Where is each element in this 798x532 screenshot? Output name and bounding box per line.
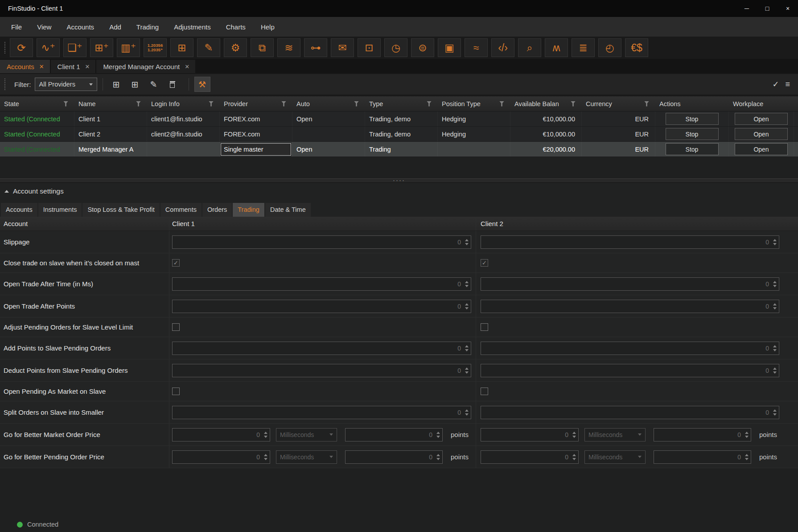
filter-funnel-icon[interactable]	[427, 101, 432, 107]
menu-item-add[interactable]: Add	[102, 20, 129, 34]
close-icon[interactable]: ✕	[39, 63, 44, 70]
toolbar-grip-handle[interactable]	[4, 42, 5, 54]
stop-button[interactable]: Stop	[666, 113, 719, 125]
spinner-buttons[interactable]	[436, 429, 440, 441]
edit-account-button[interactable]: ✎	[146, 77, 162, 92]
spinner-buttons[interactable]	[465, 278, 469, 290]
algo-chip-icon[interactable]: ⊡	[358, 38, 381, 57]
spin-down-icon[interactable]	[436, 436, 440, 438]
spinner-input[interactable]: 0	[481, 428, 579, 441]
column-header-type[interactable]: Type	[365, 96, 438, 111]
spinner-buttons[interactable]	[745, 429, 749, 441]
spin-up-icon[interactable]	[773, 281, 777, 283]
spinner-input[interactable]: 0	[172, 277, 471, 291]
charts-compare-icon[interactable]: ʍ	[545, 38, 568, 57]
filter-funnel-icon[interactable]	[136, 101, 141, 107]
account-settings-header[interactable]: Account settings	[0, 183, 798, 200]
code-editor-icon[interactable]: ‹/›	[491, 38, 514, 57]
spinner-input[interactable]: 0	[172, 428, 270, 441]
spin-up-icon[interactable]	[465, 367, 469, 370]
open-workplace-button[interactable]: Open	[735, 128, 788, 140]
spinner-buttons[interactable]	[773, 342, 777, 355]
column-header-provider[interactable]: Provider	[220, 96, 292, 111]
spinner-input[interactable]: 0	[654, 450, 751, 464]
spin-up-icon[interactable]	[572, 454, 576, 456]
org-chart-icon[interactable]: ⧉	[251, 38, 274, 57]
spinner-input[interactable]: 0	[654, 428, 751, 441]
table-row[interactable]: Started (ConnectedClient 2client2@fin.st…	[0, 127, 798, 142]
spin-down-icon[interactable]	[465, 371, 469, 374]
unit-dropdown[interactable]: Milliseconds	[584, 450, 646, 464]
add-window-icon[interactable]: ⊞⁺	[90, 38, 113, 57]
spinner-buttons[interactable]	[773, 278, 777, 290]
table-row[interactable]: Started (ConnectedClient 1client1@fin.st…	[0, 111, 798, 127]
spin-down-icon[interactable]	[436, 458, 440, 460]
spin-down-icon[interactable]	[773, 243, 777, 245]
add-quote-icon[interactable]: 1.20356 1.2035⁺	[144, 38, 167, 57]
add-chart-icon[interactable]: ∿⁺	[37, 38, 60, 57]
filter-selection-icon[interactable]: ✓	[772, 79, 779, 89]
spin-up-icon[interactable]	[465, 239, 469, 241]
spin-up-icon[interactable]	[264, 454, 267, 456]
minimize-button[interactable]: ─	[736, 0, 757, 17]
spinner-buttons[interactable]	[465, 342, 469, 355]
spin-up-icon[interactable]	[745, 432, 749, 434]
close-button[interactable]: ×	[777, 0, 798, 17]
spinner-buttons[interactable]	[572, 429, 576, 441]
column-header-auto[interactable]: Auto	[292, 96, 365, 111]
filter-funnel-icon[interactable]	[499, 101, 504, 107]
spin-down-icon[interactable]	[773, 285, 777, 287]
menu-item-file[interactable]: File	[4, 20, 29, 34]
filter-grip-handle[interactable]	[4, 78, 5, 90]
scheduler-icon[interactable]: ◷	[384, 38, 407, 57]
spin-up-icon[interactable]	[773, 303, 777, 305]
collapse-arrow-icon[interactable]	[4, 190, 9, 193]
spin-down-icon[interactable]	[773, 307, 777, 309]
provider-editor-input[interactable]: Single master	[221, 143, 291, 156]
spin-up-icon[interactable]	[436, 454, 440, 456]
column-header-available-balan[interactable]: Available Balan	[510, 96, 582, 111]
connections-icon[interactable]: ⊶	[304, 38, 327, 57]
tab-merged-manager-account[interactable]: Merged Manager Account✕	[96, 60, 195, 73]
delete-account-button[interactable]	[165, 77, 181, 92]
menu-item-help[interactable]: Help	[253, 20, 282, 34]
filter-funnel-icon[interactable]	[281, 101, 286, 107]
data-search-icon[interactable]: ⌕	[518, 38, 541, 57]
panel-splitter[interactable]: ····	[0, 178, 798, 183]
group-panel-icon[interactable]: ≡	[785, 80, 790, 89]
settings-tab-instruments[interactable]: Instruments	[38, 203, 82, 217]
add-master-account-button[interactable]: ⊞	[127, 77, 143, 92]
settings-tab-accounts[interactable]: Accounts	[1, 203, 37, 217]
spin-up-icon[interactable]	[465, 303, 469, 305]
settings-tab-date-time[interactable]: Date & Time	[265, 203, 311, 217]
spinner-buttons[interactable]	[465, 406, 469, 419]
task-list-icon[interactable]: ≣	[572, 38, 595, 57]
unit-dropdown[interactable]: Milliseconds	[584, 428, 646, 441]
spin-up-icon[interactable]	[572, 432, 576, 434]
open-workplace-button[interactable]: Open	[735, 113, 788, 125]
add-layout-icon[interactable]: ❏⁺	[63, 38, 86, 57]
column-header-login-info[interactable]: Login Info	[147, 96, 220, 111]
spin-down-icon[interactable]	[264, 458, 267, 460]
spin-down-icon[interactable]	[572, 458, 576, 460]
setting-checkbox[interactable]: ✓	[172, 259, 180, 267]
column-header-state[interactable]: State	[0, 96, 74, 111]
spinner-input[interactable]: 0	[481, 450, 579, 464]
add-columns-icon[interactable]: ▥⁺	[117, 38, 140, 57]
menu-item-view[interactable]: View	[29, 20, 59, 34]
spin-down-icon[interactable]	[773, 413, 777, 416]
spin-up-icon[interactable]	[264, 432, 267, 434]
spin-up-icon[interactable]	[773, 239, 777, 241]
spinner-buttons[interactable]	[264, 429, 267, 441]
table-row[interactable]: Started (ConnectedMerged Manager ASingle…	[0, 142, 798, 157]
spinner-input[interactable]: 0	[172, 406, 471, 419]
table-view-icon[interactable]: ⊞	[170, 38, 193, 57]
spinner-buttons[interactable]	[465, 236, 469, 248]
spin-down-icon[interactable]	[465, 349, 469, 351]
spin-down-icon[interactable]	[264, 436, 267, 438]
provider-filter-dropdown[interactable]: All Providers	[35, 78, 97, 91]
tab-accounts[interactable]: Accounts✕	[0, 60, 50, 73]
settings-tab-comments[interactable]: Comments	[160, 203, 202, 217]
spinner-input[interactable]: 0	[345, 450, 443, 464]
spinner-buttons[interactable]	[264, 451, 267, 463]
